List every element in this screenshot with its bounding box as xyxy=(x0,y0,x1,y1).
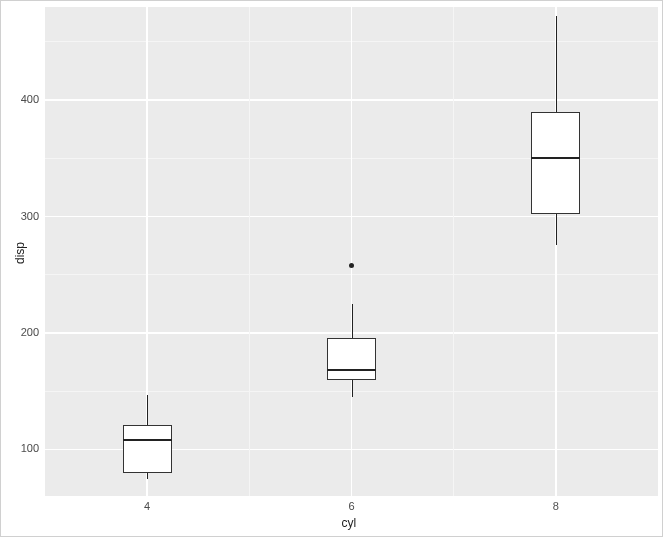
x-axis-title: cyl xyxy=(342,516,357,530)
y-tick-label: 100 xyxy=(21,442,39,454)
x-tick-label: 6 xyxy=(332,500,372,512)
gridline-major-v xyxy=(351,7,353,496)
median-line xyxy=(531,157,580,159)
gridline-minor-v xyxy=(453,7,454,496)
y-tick-label: 200 xyxy=(21,326,39,338)
box xyxy=(327,338,376,380)
whisker-upper xyxy=(556,16,557,111)
gridline-minor-v xyxy=(249,7,250,496)
median-line xyxy=(327,369,376,371)
x-tick-label: 4 xyxy=(127,500,167,512)
whisker-lower xyxy=(556,214,557,244)
whisker-lower xyxy=(147,473,148,479)
y-tick-label: 300 xyxy=(21,210,39,222)
whisker-lower xyxy=(352,380,353,397)
y-axis-title: disp xyxy=(13,241,27,263)
whisker-upper xyxy=(147,395,148,425)
box xyxy=(123,425,172,473)
median-line xyxy=(123,439,172,441)
chart-frame: disp cyl 100200300400468 xyxy=(0,0,663,537)
x-tick-label: 8 xyxy=(536,500,576,512)
box xyxy=(531,112,580,214)
y-tick-label: 400 xyxy=(21,93,39,105)
whisker-upper xyxy=(352,304,353,338)
outlier-point xyxy=(349,263,354,268)
